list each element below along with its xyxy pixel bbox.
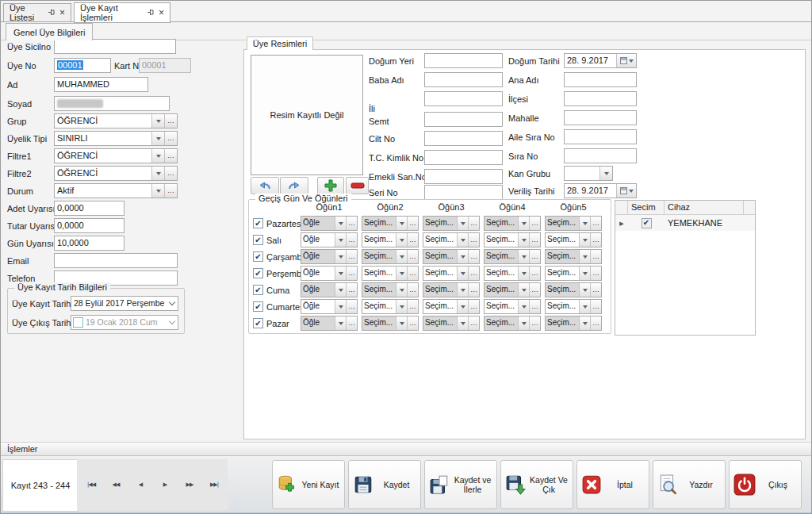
baba-adi-input[interactable] (424, 72, 503, 87)
dropdown-arrow-icon[interactable] (518, 300, 529, 313)
ellipsis-button[interactable]: … (468, 233, 479, 247)
dropdown-arrow-icon[interactable] (335, 267, 346, 280)
kaydet-ve-cik-button[interactable]: Kaydet Ve Çık (500, 460, 573, 509)
ellipsis-button[interactable]: … (590, 283, 601, 297)
ellipsis-button[interactable]: … (407, 316, 418, 330)
dropdown-arrow-icon[interactable] (518, 267, 529, 280)
kan-grubu-combo[interactable] (564, 166, 613, 181)
dropdown-arrow-icon[interactable] (579, 250, 590, 263)
dropdown-arrow-icon[interactable] (335, 233, 346, 247)
durum-combo[interactable]: Aktif … (54, 183, 178, 198)
meal-combo[interactable]: Seçim...… (484, 282, 541, 297)
day-checkbox-cumartesi[interactable]: ✔ (253, 301, 263, 312)
ellipsis-button[interactable]: … (590, 316, 601, 330)
adet-uyarisi-input[interactable]: 0,0000 (54, 201, 124, 216)
sira-no-input[interactable] (564, 148, 637, 163)
meal-combo[interactable]: Seçim...… (362, 316, 419, 331)
meal-combo[interactable]: Seçim...… (423, 216, 480, 231)
meal-combo[interactable]: Seçim...… (423, 299, 480, 314)
dropdown-arrow-icon[interactable] (335, 283, 346, 297)
dropdown-arrow-icon[interactable] (335, 300, 346, 313)
seri-no-input[interactable] (424, 185, 503, 200)
dropdown-arrow-icon[interactable] (335, 250, 346, 263)
day-checkbox-carsamba[interactable]: ✔ (253, 251, 263, 262)
ellipsis-button[interactable]: … (468, 316, 479, 330)
uye-sicilno-input[interactable] (54, 39, 176, 54)
verilis-tarihi-datepicker[interactable]: 28. 9.2017 (564, 183, 637, 198)
ilcesi-input[interactable] (564, 91, 637, 106)
dropdown-arrow-icon[interactable] (579, 300, 590, 313)
email-input[interactable] (54, 253, 178, 268)
ellipsis-button[interactable]: … (468, 217, 479, 230)
close-icon[interactable]: × (59, 9, 65, 17)
dropdown-arrow-icon[interactable] (151, 184, 164, 198)
photo-prev-button[interactable] (251, 177, 279, 194)
nav-prev-button[interactable]: ◀ (129, 459, 151, 510)
dropdown-arrow-icon[interactable] (599, 167, 612, 180)
day-checkbox-persembe[interactable]: ✔ (253, 268, 263, 278)
mahalle-input[interactable] (564, 110, 637, 125)
nav-last-button[interactable]: ▶▶| (203, 459, 225, 510)
ellipsis-button[interactable]: … (407, 267, 418, 280)
cikis-button[interactable]: Çıkış (729, 460, 802, 509)
meal-combo[interactable]: Seçim...… (545, 266, 602, 281)
dropdown-chevron-icon[interactable] (166, 297, 178, 310)
filtre2-combo[interactable]: ÖĞRENCİ … (54, 166, 178, 181)
meal-combo[interactable]: Öğle… (301, 216, 358, 231)
dropdown-arrow-icon[interactable] (518, 316, 529, 330)
dogum-yeri-input[interactable] (424, 53, 503, 68)
ellipsis-button[interactable]: … (529, 233, 540, 247)
dropdown-chevron-icon[interactable] (166, 316, 178, 329)
ad-input[interactable]: MUHAMMED (54, 77, 148, 92)
uye-cikis-tarihi-combo[interactable]: 19 Ocak 2018 Cum (71, 315, 178, 330)
dropdown-arrow-icon[interactable] (457, 217, 468, 230)
meal-combo[interactable]: Seçim...… (484, 316, 541, 331)
ana-adi-input[interactable] (564, 72, 637, 87)
cilt-no-input[interactable] (424, 131, 503, 146)
photo-add-button[interactable] (317, 177, 344, 194)
meal-combo[interactable]: Seçim...… (362, 216, 419, 231)
ellipsis-button[interactable]: … (164, 184, 177, 198)
meal-combo[interactable]: Seçim...… (423, 316, 480, 331)
ellipsis-button[interactable]: … (164, 167, 177, 180)
gun-uyarisi-input[interactable]: 10,0000 (54, 236, 124, 251)
ellipsis-button[interactable]: … (590, 250, 601, 263)
uyelik-tipi-combo[interactable]: SINIRLI … (54, 131, 178, 146)
dropdown-arrow-icon[interactable] (579, 217, 590, 230)
ellipsis-button[interactable]: … (346, 316, 357, 330)
ellipsis-button[interactable]: … (346, 217, 357, 230)
meal-combo[interactable]: Seçim...… (484, 249, 541, 264)
tc-kimlik-no-input[interactable] (424, 150, 503, 165)
tab-genel-uye-bilgileri[interactable]: Genel Üye Bilgileri (6, 23, 93, 40)
ellipsis-button[interactable]: … (529, 316, 540, 330)
dropdown-arrow-icon[interactable] (151, 132, 164, 145)
dogum-tarihi-datepicker[interactable]: 28. 9.2017 (564, 53, 637, 68)
dropdown-arrow-icon[interactable] (518, 250, 529, 263)
dropdown-arrow-icon[interactable] (457, 250, 468, 263)
cikis-checkbox[interactable] (71, 316, 83, 329)
meal-combo[interactable]: Seçim...… (362, 299, 419, 314)
ellipsis-button[interactable]: … (529, 267, 540, 280)
dropdown-arrow-icon[interactable] (396, 300, 407, 313)
photo-remove-button[interactable] (346, 177, 369, 194)
ellipsis-button[interactable]: … (590, 233, 601, 247)
photo-next-button[interactable] (280, 177, 308, 194)
dropdown-arrow-icon[interactable] (396, 316, 407, 330)
ellipsis-button[interactable]: … (590, 267, 601, 280)
uye-no-input[interactable]: 00001 (54, 58, 111, 73)
iptal-button[interactable]: İptal (576, 460, 649, 509)
soyad-input[interactable] (54, 96, 170, 111)
dropdown-arrow-icon[interactable] (457, 283, 468, 297)
meal-combo[interactable]: Seçim...… (423, 266, 480, 281)
meal-combo[interactable]: Seçim...… (545, 249, 602, 264)
meal-combo[interactable]: Seçim...… (545, 282, 602, 297)
dropdown-arrow-icon[interactable] (335, 217, 346, 230)
dropdown-arrow-icon[interactable] (151, 167, 164, 180)
ellipsis-button[interactable]: … (346, 233, 357, 247)
nav-fast-next-button[interactable]: ▶▶ (178, 459, 201, 510)
ellipsis-button[interactable]: … (529, 217, 540, 230)
grup-combo[interactable]: ÖĞRENCİ … (54, 113, 178, 128)
calendar-icon[interactable] (616, 184, 636, 198)
ellipsis-button[interactable]: … (468, 250, 479, 263)
dropdown-arrow-icon[interactable] (518, 233, 529, 247)
